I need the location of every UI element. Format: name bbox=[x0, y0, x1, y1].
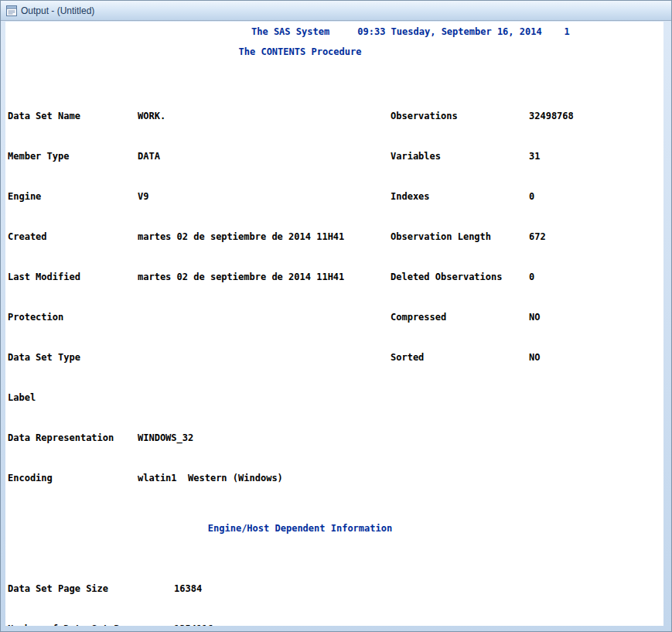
title-bar[interactable]: Output - (Untitled) bbox=[1, 1, 671, 21]
attribute-row: Protection bbox=[8, 313, 391, 323]
attribute-label: Data Set Page Size bbox=[8, 584, 174, 594]
attribute-label: Protection bbox=[8, 313, 138, 323]
attribute-row: Data Set Type bbox=[8, 353, 391, 363]
attribute-row: Observations 32498768 bbox=[391, 111, 663, 121]
attribute-value: DATA bbox=[138, 152, 160, 162]
attribute-value: 0 bbox=[529, 272, 534, 282]
engine-host-title: Engine/Host Dependent Information bbox=[8, 524, 592, 534]
attribute-row: Observation Length 672 bbox=[391, 232, 663, 242]
attribute-row: Created martes 02 de septiembre de 2014 … bbox=[8, 232, 391, 242]
attribute-label: Engine bbox=[8, 192, 138, 202]
attribute-row: Compressed NO bbox=[391, 313, 663, 323]
attribute-row: Indexes 0 bbox=[391, 192, 663, 202]
page-header-line: The SAS System 09:33 Tuesday, September … bbox=[251, 27, 663, 37]
attribute-value: NO bbox=[529, 313, 540, 323]
attribute-label: Last Modified bbox=[8, 272, 138, 282]
attribute-label: Indexes bbox=[391, 192, 529, 202]
attribute-label: Number of Data Set Pages bbox=[8, 624, 174, 626]
attribute-label: Variables bbox=[391, 152, 529, 162]
attribute-label: Data Representation bbox=[8, 433, 138, 443]
attribute-row: Data Set Page Size 16384 bbox=[8, 584, 663, 594]
attribute-label: Data Set Name bbox=[8, 111, 138, 121]
window-title: Output - (Untitled) bbox=[21, 5, 94, 16]
attribute-row: Encoding wlatin1 Western (Windows) bbox=[8, 473, 391, 483]
attribute-row: Deleted Observations 0 bbox=[391, 272, 663, 282]
attribute-value: 31 bbox=[529, 152, 540, 162]
engine-host-info: Data Set Page Size 16384 Number of Data … bbox=[8, 544, 663, 626]
attribute-value: 32498768 bbox=[529, 111, 574, 121]
attribute-value: WORK. bbox=[138, 111, 165, 121]
attribute-label: Member Type bbox=[8, 152, 138, 162]
attribute-value: 1354116 bbox=[174, 624, 213, 626]
attribute-value: NO bbox=[529, 353, 540, 363]
attribute-row: Member Type DATA bbox=[8, 152, 391, 162]
output-window-icon[interactable] bbox=[6, 5, 17, 16]
attribute-row: Label bbox=[8, 393, 391, 403]
attribute-value: wlatin1 Western (Windows) bbox=[138, 473, 283, 483]
attribute-row: Engine V9 bbox=[8, 192, 391, 202]
attribute-value: WINDOWS_32 bbox=[138, 433, 193, 443]
attribute-label: Observations bbox=[391, 111, 529, 121]
attribute-value: martes 02 de septiembre de 2014 11H41 bbox=[138, 272, 344, 282]
attribute-row: Sorted NO bbox=[391, 353, 663, 363]
attribute-value: 0 bbox=[529, 192, 534, 202]
attribute-label: Created bbox=[8, 232, 138, 242]
output-client-area[interactable]: The SAS System 09:33 Tuesday, September … bbox=[5, 22, 663, 626]
attribute-label: Deleted Observations bbox=[391, 272, 529, 282]
dataset-attributes: Data Set Name WORK. Member Type DATA Eng… bbox=[8, 71, 663, 504]
attribute-label: Data Set Type bbox=[8, 353, 138, 363]
attribute-row: Number of Data Set Pages 1354116 bbox=[8, 624, 663, 626]
attribute-value: 16384 bbox=[174, 584, 202, 594]
attribute-label: Sorted bbox=[391, 353, 529, 363]
attribute-label: Compressed bbox=[391, 313, 529, 323]
dataset-attributes-right: Observations 32498768 Variables 31 Index… bbox=[391, 71, 663, 504]
attribute-row: Data Representation WINDOWS_32 bbox=[8, 433, 391, 443]
attribute-label: Observation Length bbox=[391, 232, 529, 242]
attribute-row: Data Set Name WORK. bbox=[8, 111, 391, 121]
attribute-label: Label bbox=[8, 393, 138, 403]
attribute-value: V9 bbox=[138, 192, 148, 202]
dataset-attributes-left: Data Set Name WORK. Member Type DATA Eng… bbox=[8, 71, 391, 504]
output-window: Output - (Untitled) The SAS System 09:33… bbox=[0, 0, 672, 632]
attribute-row: Last Modified martes 02 de septiembre de… bbox=[8, 272, 391, 282]
attribute-label: Encoding bbox=[8, 473, 138, 483]
attribute-value: martes 02 de septiembre de 2014 11H41 bbox=[138, 232, 344, 242]
attribute-value: 672 bbox=[529, 232, 546, 242]
attribute-row: Variables 31 bbox=[391, 152, 663, 162]
contents-procedure-title: The CONTENTS Procedure bbox=[8, 47, 592, 57]
